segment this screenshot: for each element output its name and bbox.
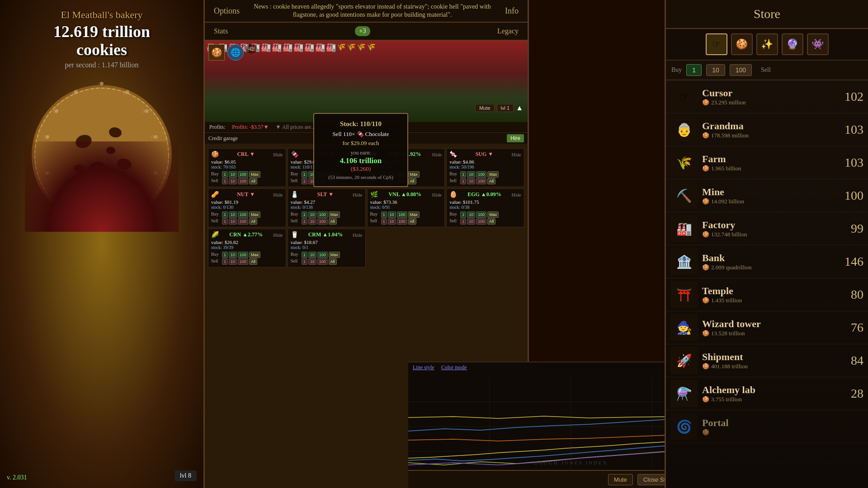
building-portal[interactable]: 🌀 Portal 🍪 <box>666 410 868 443</box>
sug-sell-100[interactable]: 100 <box>476 178 486 184</box>
crn-hide[interactable]: Hide <box>273 232 283 238</box>
mute-btn[interactable]: Mute <box>475 104 494 112</box>
crn-buy-100[interactable]: 100 <box>238 252 248 258</box>
expand-btn[interactable]: ▲ <box>516 104 523 112</box>
sug-sell-10[interactable]: 10 <box>467 178 475 184</box>
crm-sell-100[interactable]: 100 <box>317 258 328 265</box>
crl-buy-100[interactable]: 100 <box>238 171 248 178</box>
sug-sell-all[interactable]: All <box>487 178 495 184</box>
str-hide[interactable]: Hide <box>432 152 442 157</box>
sug-buy-1[interactable]: 1 <box>460 171 466 178</box>
egg-sell-10[interactable]: 10 <box>467 218 475 225</box>
buy-1-button[interactable]: 1 <box>686 64 702 76</box>
nut-sell-all[interactable]: All <box>249 218 257 225</box>
nut-buy-max[interactable]: Max <box>249 211 260 218</box>
slt-sell-1[interactable]: 1 <box>302 218 307 225</box>
options-button[interactable]: Options <box>214 6 240 16</box>
crl-buy-max[interactable]: Max <box>249 171 260 178</box>
egg-sell-all[interactable]: All <box>487 218 495 225</box>
nut-buy-10[interactable]: 10 <box>229 211 237 218</box>
crl-buy-10[interactable]: 10 <box>229 171 237 178</box>
slt-sell-100[interactable]: 100 <box>317 218 328 225</box>
info-button[interactable]: Info <box>505 6 519 16</box>
crl-sell-100[interactable]: 100 <box>238 178 248 184</box>
bottom-mute-button[interactable]: Mute <box>608 474 633 485</box>
building-alchemy-lab[interactable]: ⚗️ Alchemy lab 🍪3.755 trillion 28 <box>666 377 868 410</box>
vnl-sell-100[interactable]: 100 <box>397 218 407 225</box>
nut-sell-100[interactable]: 100 <box>238 218 248 225</box>
crl-hide[interactable]: Hide <box>273 152 283 157</box>
vnl-sell-10[interactable]: 10 <box>388 218 396 225</box>
crl-sell-10[interactable]: 10 <box>229 178 237 184</box>
egg-hide[interactable]: Hide <box>512 192 521 197</box>
crm-hide[interactable]: Hide <box>353 232 362 238</box>
crl-sell-1[interactable]: 1 <box>222 178 228 184</box>
crm-buy-max[interactable]: Max <box>329 252 340 258</box>
str-buy-max[interactable]: Max <box>408 171 420 178</box>
crl-sell-all[interactable]: All <box>249 178 257 184</box>
cookie-container[interactable]: ☞ ☞ ☞ ☞ ☞ ☞ ☞ ☞ ☞ ☞ ☞ ☞ ☞ ☞ <box>25 78 179 232</box>
vnl-buy-10[interactable]: 10 <box>388 211 396 218</box>
crn-buy-max[interactable]: Max <box>249 252 260 258</box>
special-category-btn[interactable]: 👾 <box>807 33 829 55</box>
vnl-sell-1[interactable]: 1 <box>381 218 387 225</box>
crm-buy-1[interactable]: 1 <box>302 252 307 258</box>
color-mode-option[interactable]: Color mode <box>441 364 467 371</box>
crn-sell-all[interactable]: All <box>249 258 257 265</box>
building-bank[interactable]: 🏦 Bank 🍪2.009 quadrillion 146 <box>666 245 868 278</box>
vnl-buy-1[interactable]: 1 <box>381 211 387 218</box>
stats-button[interactable]: Stats <box>214 27 228 35</box>
egg-sell-1[interactable]: 1 <box>460 218 466 225</box>
crn-buy-10[interactable]: 10 <box>229 252 237 258</box>
crm-buy-10[interactable]: 10 <box>308 252 316 258</box>
lvl-btn[interactable]: lvl 1 <box>497 104 514 112</box>
vnl-hide[interactable]: Hide <box>432 192 442 197</box>
vnl-buy-max[interactable]: Max <box>408 211 420 218</box>
vnl-sell-all[interactable]: All <box>408 218 416 225</box>
crn-buy-1[interactable]: 1 <box>222 252 228 258</box>
building-wizard-tower[interactable]: 🧙 Wizard tower 🍪13.528 trillion 76 <box>666 311 868 344</box>
egg-buy-10[interactable]: 10 <box>467 211 475 218</box>
slt-sell-all[interactable]: All <box>329 218 337 225</box>
slt-sell-10[interactable]: 10 <box>308 218 316 225</box>
nut-sell-1[interactable]: 1 <box>222 218 228 225</box>
building-grandma[interactable]: 👵 Grandma 🍪178.598 million 103 <box>666 113 868 146</box>
legacy-button[interactable]: Legacy <box>497 27 519 35</box>
building-shipment[interactable]: 🚀 Shipment 🍪401.188 trillion 84 <box>666 344 868 377</box>
line-style-option[interactable]: Line style <box>413 364 434 371</box>
crm-sell-all[interactable]: All <box>329 258 337 265</box>
upgrade-category-btn[interactable]: ✨ <box>756 33 778 55</box>
crn-sell-1[interactable]: 1 <box>222 258 228 265</box>
slt-hide[interactable]: Hide <box>353 192 362 197</box>
nut-sell-10[interactable]: 10 <box>229 218 237 225</box>
slt-buy-1[interactable]: 1 <box>302 211 307 218</box>
nut-buy-100[interactable]: 100 <box>238 211 248 218</box>
egg-buy-1[interactable]: 1 <box>460 211 466 218</box>
slt-buy-max[interactable]: Max <box>329 211 340 218</box>
sug-buy-max[interactable]: Max <box>487 171 499 178</box>
egg-buy-max[interactable]: Max <box>487 211 499 218</box>
sug-hide[interactable]: Hide <box>512 152 521 157</box>
building-cursor[interactable]: ☞ Cursor 🍪23.295 million 102 <box>666 80 868 113</box>
building-farm[interactable]: 🌾 Farm 🍪1.965 billion 103 <box>666 146 868 179</box>
building-mine[interactable]: ⛏️ Mine 🍪14.092 billion 100 <box>666 179 868 212</box>
cookie-category-btn[interactable]: 🍪 <box>731 33 753 55</box>
vnl-buy-100[interactable]: 100 <box>397 211 407 218</box>
magic-category-btn[interactable]: 🔮 <box>782 33 803 55</box>
egg-sell-100[interactable]: 100 <box>476 218 486 225</box>
crl2-buy-1[interactable]: 1 <box>302 171 307 178</box>
slt-buy-100[interactable]: 100 <box>317 211 328 218</box>
slt-buy-10[interactable]: 10 <box>308 211 316 218</box>
nut-buy-1[interactable]: 1 <box>222 211 228 218</box>
crn-sell-100[interactable]: 100 <box>238 258 248 265</box>
cursor-category-btn[interactable]: ☞ <box>706 33 727 55</box>
sug-sell-1[interactable]: 1 <box>460 178 466 184</box>
crl-buy-1[interactable]: 1 <box>222 171 228 178</box>
crn-sell-10[interactable]: 10 <box>229 258 237 265</box>
building-factory[interactable]: 🏭 Factory 🍪132.748 billion 99 <box>666 212 868 245</box>
sug-buy-10[interactable]: 10 <box>467 171 475 178</box>
crm-buy-100[interactable]: 100 <box>317 252 328 258</box>
building-temple[interactable]: ⛩️ Temple 🍪1.435 trillion 80 <box>666 278 868 311</box>
crm-sell-10[interactable]: 10 <box>308 258 316 265</box>
crm-sell-1[interactable]: 1 <box>302 258 307 265</box>
